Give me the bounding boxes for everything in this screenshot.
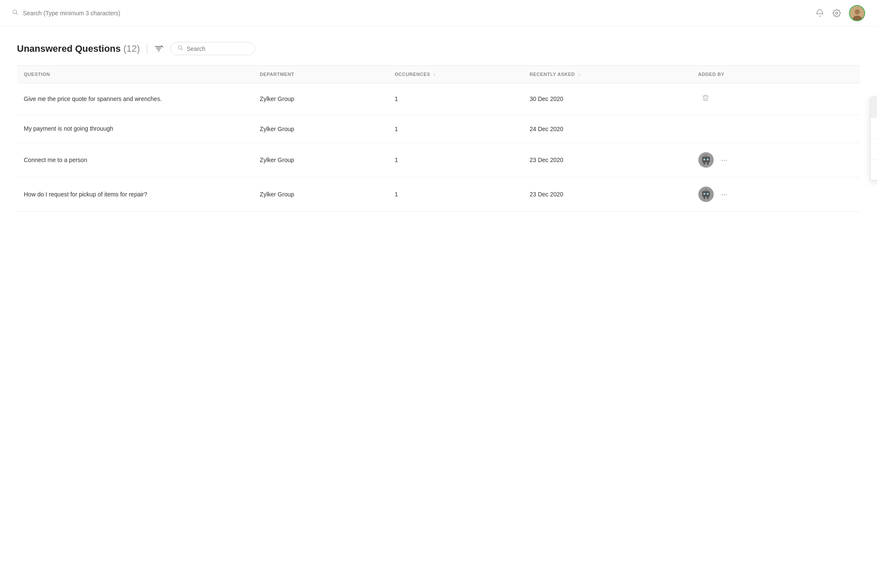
- table-search-box: [170, 42, 255, 55]
- added-by-cell: ···: [698, 187, 853, 202]
- svg-point-28: [703, 193, 705, 195]
- table-row: Connect me to a person Zylker Group 1 23…: [17, 143, 860, 177]
- header-divider: [147, 44, 147, 54]
- department-text: Zylker Group: [260, 126, 294, 132]
- added-by-cell: ···: [698, 152, 853, 168]
- col-header-question: QUESTION: [17, 66, 253, 83]
- department-text: Zylker Group: [260, 191, 294, 198]
- recently-asked-text: 24 Dec 2020: [530, 126, 563, 132]
- col-header-occurrences: OCCURENCES ↕: [388, 66, 523, 83]
- svg-rect-30: [703, 190, 705, 192]
- main-content: Unanswered Questions (12): [0, 27, 877, 212]
- bot-avatar: [698, 187, 714, 202]
- dropdown-item-add-faq[interactable]: Add as a new FAQ: [871, 97, 877, 118]
- table-row: My payment is not going throuugh Zylker …: [17, 115, 860, 143]
- recently-asked-text: 23 Dec 2020: [530, 191, 563, 198]
- svg-rect-25: [702, 191, 710, 197]
- svg-rect-31: [707, 190, 709, 192]
- dropdown-item-associate-dept[interactable]: Associate Department: [871, 160, 877, 180]
- topnav-actions: [815, 5, 865, 21]
- svg-point-29: [707, 193, 709, 195]
- question-text: My payment is not going throuugh: [24, 125, 113, 132]
- bot-avatar: [698, 152, 714, 168]
- svg-point-4: [855, 9, 860, 14]
- occurrences-text: 1: [395, 95, 398, 102]
- recently-asked-sort-icon[interactable]: ↕: [578, 72, 581, 77]
- svg-rect-26: [703, 197, 705, 199]
- user-avatar[interactable]: [849, 5, 865, 21]
- avatar-image: [850, 6, 864, 20]
- question-text: How do I request for pickup of items for…: [24, 191, 147, 198]
- question-count: (12): [123, 43, 140, 54]
- recently-asked-text: 30 Dec 2020: [530, 95, 563, 102]
- table-header: QUESTION DEPARTMENT OCCURENCES ↕ RECENTL…: [17, 66, 860, 83]
- occurrences-sort-icon[interactable]: ↕: [434, 72, 436, 77]
- svg-rect-27: [707, 197, 709, 199]
- page-title: Unanswered Questions (12): [17, 43, 140, 54]
- filter-button[interactable]: [154, 44, 163, 53]
- table-row: How do I request for pickup of items for…: [17, 177, 860, 212]
- svg-point-2: [836, 12, 838, 14]
- svg-rect-20: [707, 156, 709, 157]
- svg-point-23: [705, 154, 706, 156]
- table-search-input[interactable]: [187, 45, 242, 52]
- svg-line-12: [181, 49, 182, 50]
- more-options-button[interactable]: ···: [718, 154, 731, 165]
- global-search-area: [12, 9, 815, 17]
- department-text: Zylker Group: [260, 95, 294, 102]
- dropdown-item-add-article[interactable]: Add as a new Article: [871, 118, 877, 139]
- settings-icon[interactable]: [832, 8, 841, 18]
- added-by-cell: Add as a new FAQ Add as a new Article As…: [698, 92, 853, 105]
- topnav: [0, 0, 877, 27]
- recently-asked-text: 23 Dec 2020: [530, 157, 563, 163]
- occurrences-text: 1: [395, 191, 398, 198]
- department-text: Zylker Group: [260, 157, 294, 163]
- col-header-added-by: ADDED BY: [692, 66, 860, 83]
- dropdown-item-associate-faq[interactable]: Associate with a FAQ: [871, 139, 877, 160]
- delete-button[interactable]: [698, 92, 713, 105]
- svg-point-18: [707, 159, 709, 160]
- question-text: Give me the price quote for spanners and…: [24, 95, 162, 102]
- notification-icon[interactable]: [815, 8, 824, 18]
- col-header-department: DEPARTMENT: [253, 66, 388, 83]
- search-box-icon: [177, 45, 183, 52]
- table-row: Give me the price quote for spanners and…: [17, 83, 860, 115]
- col-header-recently-asked: RECENTLY ASKED ↕: [523, 66, 691, 83]
- question-text: Connect me to a person: [24, 157, 87, 163]
- occurrences-text: 1: [395, 157, 398, 163]
- svg-rect-19: [703, 156, 705, 157]
- occurrences-text: 1: [395, 126, 398, 132]
- svg-rect-14: [702, 157, 710, 162]
- search-icon: [12, 9, 19, 17]
- questions-table: QUESTION DEPARTMENT OCCURENCES ↕ RECENTL…: [17, 65, 860, 212]
- svg-rect-15: [703, 162, 705, 165]
- global-search-input[interactable]: [23, 10, 150, 17]
- svg-point-17: [703, 159, 705, 160]
- table-body: Give me the price quote for spanners and…: [17, 83, 860, 212]
- context-dropdown-menu: Add as a new FAQ Add as a new Article As…: [870, 97, 877, 180]
- page-header: Unanswered Questions (12): [17, 42, 860, 55]
- svg-line-1: [16, 13, 18, 15]
- svg-point-34: [705, 189, 706, 190]
- more-options-button[interactable]: ···: [718, 189, 731, 200]
- svg-rect-16: [707, 162, 709, 165]
